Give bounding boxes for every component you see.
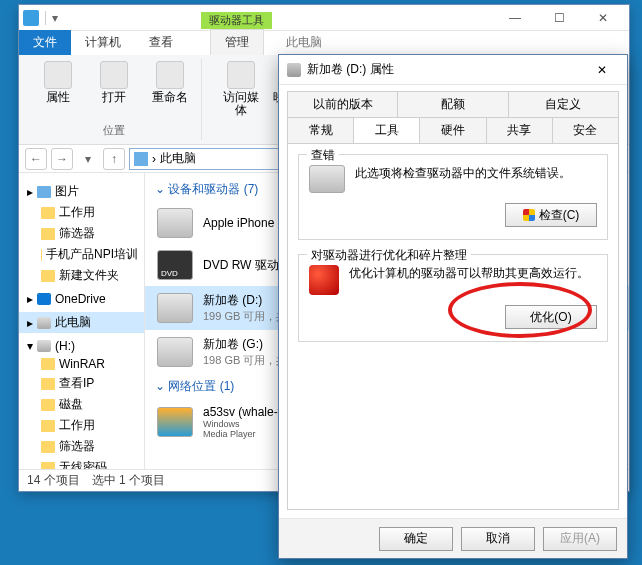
phone-icon: [157, 208, 193, 238]
explorer-titlebar: ▾ — ☐ ✕: [19, 5, 629, 31]
tab-file[interactable]: 文件: [19, 30, 71, 55]
tab-tools[interactable]: 工具: [354, 117, 420, 143]
quick-access-toolbar: ▾: [23, 10, 58, 26]
tab-security[interactable]: 安全: [553, 117, 619, 143]
tab-manage[interactable]: 管理: [210, 29, 264, 55]
folder-icon: [41, 420, 55, 432]
dialog-tabs: 以前的版本 配额 自定义 常规 工具 硬件 共享 安全: [279, 85, 627, 143]
window-controls: — ☐ ✕: [493, 5, 625, 31]
breadcrumb[interactable]: 此电脑: [160, 150, 196, 167]
pictures-icon: [37, 186, 51, 198]
folder-icon: [41, 378, 55, 390]
nav-pane[interactable]: ▸图片 工作用 筛选器 手机产品NPI培训 新建文件夹 ▸OneDrive ▸此…: [19, 173, 145, 469]
qat-dropdown-icon[interactable]: ▾: [52, 11, 58, 25]
onedrive-icon: [37, 293, 51, 305]
qat-sep: [45, 11, 46, 25]
dialog-title: 新加卷 (D:) 属性: [307, 61, 394, 78]
folder-icon: [41, 228, 55, 240]
nav-onedrive[interactable]: ▸OneDrive: [19, 290, 144, 308]
location-label: 此电脑: [272, 30, 336, 55]
nav-work[interactable]: 工作用: [19, 202, 144, 223]
chevron-right-icon: ▸: [27, 316, 33, 330]
properties-icon: [44, 61, 72, 89]
back-button[interactable]: ←: [25, 148, 47, 170]
folder-icon: [41, 249, 42, 261]
drive-icon: [157, 337, 193, 367]
chevron-down-icon: ⌄: [155, 379, 168, 393]
tab-hardware[interactable]: 硬件: [420, 117, 486, 143]
tab-view[interactable]: 查看: [135, 30, 187, 55]
nav-winrar[interactable]: WinRAR: [19, 355, 144, 373]
nav-work2[interactable]: 工作用: [19, 415, 144, 436]
groupbox-error-check: 查错 此选项将检查驱动器中的文件系统错误。 检查(C): [298, 154, 608, 240]
nav-thispc[interactable]: ▸此电脑: [19, 312, 144, 333]
dialog-titlebar: 新加卷 (D:) 属性 ✕: [279, 55, 627, 85]
chevron-down-icon: ▾: [27, 339, 33, 353]
thispc-icon: [37, 317, 51, 329]
up-button[interactable]: ↑: [103, 148, 125, 170]
nav-lookip[interactable]: 查看IP: [19, 373, 144, 394]
drive-icon: [309, 165, 345, 193]
folder-icon: [41, 441, 55, 453]
tab-page-tools: 查错 此选项将检查驱动器中的文件系统错误。 检查(C) 对驱动器进行优化和碎片整…: [287, 143, 619, 510]
drive-icon: [157, 293, 193, 323]
folder-icon: [41, 207, 55, 219]
maximize-button[interactable]: ☐: [537, 5, 581, 31]
ribbon-group-label: 位置: [103, 121, 125, 140]
access-media-button[interactable]: 访问媒体: [218, 59, 264, 119]
chevron-right-icon: ▸: [27, 292, 33, 306]
nav-wifipw[interactable]: 无线密码: [19, 457, 144, 469]
check-button[interactable]: 检查(C): [505, 203, 597, 227]
open-button[interactable]: 打开: [91, 59, 137, 106]
cancel-button[interactable]: 取消: [461, 527, 535, 551]
thispc-icon: [134, 152, 148, 166]
nav-drive-h[interactable]: ▾(H:): [19, 337, 144, 355]
ribbon-tabstrip: 文件 计算机 查看 驱动器工具 管理 此电脑: [19, 31, 629, 55]
chevron-down-icon: ⌄: [155, 182, 168, 196]
dialog-footer: 确定 取消 应用(A): [279, 518, 627, 558]
ok-button[interactable]: 确定: [379, 527, 453, 551]
dvd-icon: [157, 250, 193, 280]
rename-icon: [156, 61, 184, 89]
minimize-button[interactable]: —: [493, 5, 537, 31]
chevron-right-icon: ▸: [27, 185, 33, 199]
thispc-icon: [23, 10, 39, 26]
apply-button[interactable]: 应用(A): [543, 527, 617, 551]
optimize-button[interactable]: 优化(O): [505, 305, 597, 329]
ribbon-group-location: 属性 打开 重命名 位置: [27, 59, 202, 140]
tab-previous-versions[interactable]: 以前的版本: [287, 91, 398, 117]
tab-customize[interactable]: 自定义: [509, 91, 619, 117]
breadcrumb-sep: ›: [152, 152, 156, 166]
nav-filter2[interactable]: 筛选器: [19, 436, 144, 457]
rename-button[interactable]: 重命名: [147, 59, 193, 106]
tab-quota[interactable]: 配额: [398, 91, 508, 117]
nav-disk[interactable]: 磁盘: [19, 394, 144, 415]
open-icon: [100, 61, 128, 89]
tab-general[interactable]: 常规: [287, 117, 354, 143]
media-icon: [227, 61, 255, 89]
status-selection: 选中 1 个项目: [92, 472, 165, 489]
wmp-icon: [157, 407, 193, 437]
status-count: 14 个项目: [27, 472, 80, 489]
error-check-text: 此选项将检查驱动器中的文件系统错误。: [355, 165, 571, 182]
groupbox-optimize: 对驱动器进行优化和碎片整理 优化计算机的驱动器可以帮助其更高效运行。 优化(O): [298, 254, 608, 342]
folder-icon: [41, 270, 55, 282]
groupbox-legend: 查错: [307, 147, 339, 164]
folder-icon: [41, 399, 55, 411]
properties-dialog: 新加卷 (D:) 属性 ✕ 以前的版本 配额 自定义 常规 工具 硬件 共享 安…: [278, 54, 628, 559]
nav-pictures[interactable]: ▸图片: [19, 181, 144, 202]
nav-npi[interactable]: 手机产品NPI培训: [19, 244, 144, 265]
folder-icon: [41, 358, 55, 370]
close-button[interactable]: ✕: [585, 59, 619, 81]
tab-computer[interactable]: 计算机: [71, 30, 135, 55]
optimize-icon: [309, 265, 339, 295]
tab-sharing[interactable]: 共享: [487, 117, 553, 143]
forward-button[interactable]: →: [51, 148, 73, 170]
folder-icon: [41, 462, 55, 470]
close-button[interactable]: ✕: [581, 5, 625, 31]
properties-button[interactable]: 属性: [35, 59, 81, 106]
nav-newfolder[interactable]: 新建文件夹: [19, 265, 144, 286]
drive-icon: [287, 63, 301, 77]
nav-filter[interactable]: 筛选器: [19, 223, 144, 244]
history-dropdown[interactable]: ▾: [77, 148, 99, 170]
